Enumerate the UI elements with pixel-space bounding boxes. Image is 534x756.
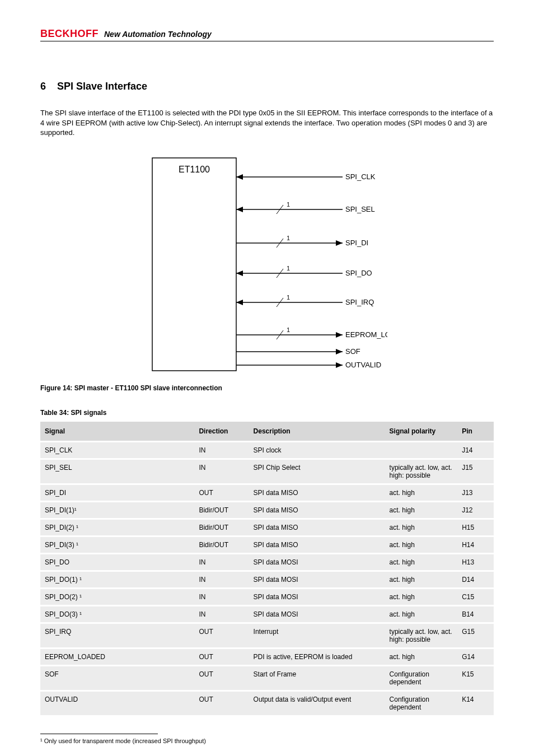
table-cell: SPI_DO(1) ¹ bbox=[40, 572, 194, 587]
svg-text:SPI_IRQ: SPI_IRQ bbox=[345, 298, 374, 306]
table-row: SPI_SELINSPI Chip Selecttypically act. l… bbox=[40, 460, 494, 483]
svg-marker-20 bbox=[236, 300, 243, 305]
table-cell: SPI data MISO bbox=[249, 485, 385, 501]
table-cell: EEPROM_LOADED bbox=[40, 649, 194, 665]
svg-text:1: 1 bbox=[287, 235, 290, 241]
table-cell: H13 bbox=[457, 554, 494, 570]
table-header-row: Signal Direction Description Signal pola… bbox=[40, 422, 494, 441]
table-cell: PDI is active, EEPROM is loaded bbox=[249, 649, 385, 665]
signal-spi-sel: 1 SPI_SEL bbox=[236, 201, 375, 214]
svg-text:1: 1 bbox=[287, 294, 290, 301]
svg-text:1: 1 bbox=[287, 201, 290, 208]
table-cell: SPI Chip Select bbox=[249, 460, 385, 483]
table-cell: IN bbox=[194, 460, 249, 483]
table-cell: J13 bbox=[457, 485, 494, 501]
col-pin: Pin bbox=[457, 422, 494, 441]
svg-marker-2 bbox=[236, 174, 243, 180]
svg-rect-0 bbox=[152, 158, 236, 371]
table-cell: J12 bbox=[457, 502, 494, 518]
brand-logo: BECKHOFF bbox=[40, 28, 99, 40]
table-row: SPI_DO(1) ¹INSPI data MOSIact. highD14 bbox=[40, 572, 494, 587]
table-cell: H15 bbox=[457, 520, 494, 535]
table-row: SPI_DIOUTSPI data MISOact. highJ13 bbox=[40, 485, 494, 501]
section-intro: The SPI slave interface of the ET1100 is… bbox=[40, 108, 494, 138]
svg-text:SPI_SEL: SPI_SEL bbox=[345, 205, 375, 213]
table-row: SPI_DI(3) ¹Bidir/OUTSPI data MISOact. hi… bbox=[40, 537, 494, 553]
table-cell: act. high bbox=[385, 606, 458, 622]
table-cell: IN bbox=[194, 572, 249, 587]
svg-marker-25 bbox=[336, 332, 343, 338]
signal-outvalid: OUTVALID bbox=[236, 361, 381, 369]
table-cell: act. high bbox=[385, 537, 458, 553]
table-row: SPI_DO(2) ¹INSPI data MOSIact. highC15 bbox=[40, 589, 494, 605]
table-cell: SPI_DO(3) ¹ bbox=[40, 606, 194, 622]
table-caption: Table 34: SPI signals bbox=[40, 409, 494, 417]
table-cell: typically act. low, act. high: possible bbox=[385, 460, 458, 483]
svg-text:1: 1 bbox=[287, 265, 290, 272]
table-cell: OUTVALID bbox=[40, 692, 194, 715]
table-cell: SPI_DO(2) ¹ bbox=[40, 589, 194, 605]
table-row: SPI_CLKINSPI clockJ14 bbox=[40, 442, 494, 458]
table-cell: IN bbox=[194, 554, 249, 570]
table-cell: OUT bbox=[194, 692, 249, 715]
table-cell: SPI_CLK bbox=[40, 442, 194, 458]
table-cell: SPI clock bbox=[249, 442, 385, 458]
table-cell: OUT bbox=[194, 649, 249, 665]
table-cell: G15 bbox=[457, 624, 494, 647]
table-cell: SPI_SEL bbox=[40, 460, 194, 483]
svg-text:EEPROM_LOADED: EEPROM_LOADED bbox=[345, 330, 387, 339]
table-cell: K15 bbox=[457, 666, 494, 690]
table-cell: OUT bbox=[194, 624, 249, 647]
table-row: SPI_DI(1)¹Bidir/OUTSPI data MISOact. hig… bbox=[40, 502, 494, 518]
signal-spi-do: 1 SPI_DO bbox=[236, 265, 372, 278]
section-title: 6 SPI Slave Interface bbox=[40, 81, 494, 92]
col-polarity: Signal polarity bbox=[385, 422, 458, 441]
svg-marker-5 bbox=[236, 207, 243, 212]
table-cell: act. high bbox=[385, 520, 458, 535]
table-row: SPI_IRQOUTInterrupttypically act. low, a… bbox=[40, 624, 494, 647]
spi-signals-table: Signal Direction Description Signal pola… bbox=[40, 420, 494, 717]
signal-spi-clk: SPI_CLK bbox=[236, 172, 376, 181]
svg-text:SPI_CLK: SPI_CLK bbox=[345, 172, 376, 181]
figure-spi-block: ET1100 SPI_CLK 1 SPI_SEL 1 SP bbox=[40, 152, 494, 376]
table-cell: B14 bbox=[457, 606, 494, 622]
table-row: SPI_DI(2) ¹Bidir/OUTSPI data MISOact. hi… bbox=[40, 520, 494, 535]
table-cell: act. high bbox=[385, 649, 458, 665]
footnote: ¹ Only used for transparent mode (increa… bbox=[40, 738, 494, 744]
svg-marker-10 bbox=[336, 240, 343, 246]
svg-marker-30 bbox=[336, 349, 343, 354]
brand-tagline: New Automation Technology bbox=[104, 30, 212, 39]
table-cell: act. high bbox=[385, 554, 458, 570]
svg-marker-33 bbox=[336, 362, 343, 368]
signal-spi-di: 1 SPI_DI bbox=[236, 235, 368, 248]
table-cell: act. high bbox=[385, 572, 458, 587]
table-cell: K14 bbox=[457, 692, 494, 715]
table-row: EEPROM_LOADEDOUTPDI is active, EEPROM is… bbox=[40, 649, 494, 665]
section-number: 6 bbox=[40, 81, 46, 92]
table-cell: H14 bbox=[457, 537, 494, 553]
table-cell: OUT bbox=[194, 666, 249, 690]
table-cell: D14 bbox=[457, 572, 494, 587]
table-cell: Configuration dependent bbox=[385, 666, 458, 690]
table-row: SPI_DO(3) ¹INSPI data MOSIact. highB14 bbox=[40, 606, 494, 622]
spi-block-diagram: ET1100 SPI_CLK 1 SPI_SEL 1 SP bbox=[147, 152, 387, 376]
table-cell: act. high bbox=[385, 589, 458, 605]
col-direction: Direction bbox=[194, 422, 249, 441]
svg-text:SPI_DO: SPI_DO bbox=[345, 269, 372, 277]
page-header: BECKHOFF New Automation Technology bbox=[40, 28, 494, 41]
table-cell: SOF bbox=[40, 666, 194, 690]
table-cell: SPI data MISO bbox=[249, 537, 385, 553]
table-cell: Interrupt bbox=[249, 624, 385, 647]
table-cell: SPI_IRQ bbox=[40, 624, 194, 647]
table-cell: SPI_DI(2) ¹ bbox=[40, 520, 194, 535]
table-row: SOFOUTStart of FrameConfiguration depend… bbox=[40, 666, 494, 690]
table-cell: Bidir/OUT bbox=[194, 537, 249, 553]
svg-text:OUTVALID: OUTVALID bbox=[345, 361, 381, 369]
table-cell: SPI data MISO bbox=[249, 520, 385, 535]
table-cell: Configuration dependent bbox=[385, 692, 458, 715]
signal-spi-irq: 1 SPI_IRQ bbox=[236, 294, 374, 307]
table-cell: SPI_DI(3) ¹ bbox=[40, 537, 194, 553]
table-cell: Start of Frame bbox=[249, 666, 385, 690]
diagram-block-label: ET1100 bbox=[179, 165, 210, 174]
svg-text:SPI_DI: SPI_DI bbox=[345, 239, 368, 247]
